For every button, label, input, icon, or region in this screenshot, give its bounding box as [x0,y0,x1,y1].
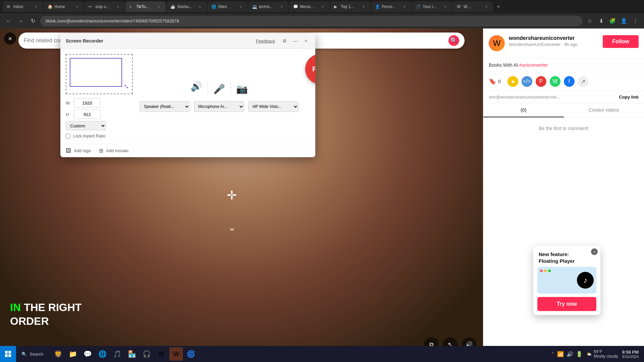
tab-close-starbucks[interactable]: × [197,4,203,9]
taskbar-icon-chat[interactable]: 💬 [81,347,94,361]
tab-creator-videos[interactable]: Creator videos [564,103,644,117]
share-icon-facebook[interactable]: f [564,76,575,87]
profile-meta: WondershareUniConverter · 9h ago [509,42,599,47]
tab-close-techsi[interactable]: × [279,4,284,9]
tab-tiktok[interactable]: ♪ TikTo... × [125,1,166,12]
logo-icon: 🖼 [66,148,71,154]
rec-button[interactable]: REC [305,54,315,84]
tab-close-w[interactable]: × [484,4,489,9]
share-icon-forward[interactable]: ↗ [578,76,589,87]
new-tab-button[interactable]: + [494,2,503,11]
weather-icon: ⛅ [587,352,592,356]
region-selector[interactable]: ⤡ [66,54,133,94]
taskbar-icon-w[interactable]: W [169,347,183,361]
link-row: om/@wondershareuniconverter/vid... Copy … [483,91,644,103]
tab-close-top[interactable]: × [361,4,366,9]
subtitle-line2: ORDER [10,314,82,328]
tab-inbox[interactable]: ✉ Inbox × [3,1,43,12]
tab-comments[interactable]: (0) [483,103,564,117]
minimize-icon-button[interactable]: — [291,37,299,45]
settings-icon-button[interactable]: ⚙ [280,37,288,45]
divider-2 [230,80,231,97]
lock-aspect-checkbox[interactable] [66,134,70,138]
start-button[interactable] [0,346,16,362]
bookmark-icon[interactable]: ☆ [585,16,594,26]
tab-label-your: Your I... [423,4,441,9]
follow-button[interactable]: Follow [603,35,639,48]
taskbar-icon-music[interactable]: 🎵 [110,347,124,361]
download-icon[interactable]: ⬇ [596,16,606,26]
battery-icon[interactable]: 🔋 [576,351,583,357]
tab-starbucks[interactable]: ☕ Starbu... × [166,1,207,12]
region-resize-icon[interactable]: ⤡ [124,83,129,90]
network-icon[interactable]: 📶 [557,351,564,357]
tab-close-your[interactable]: × [443,4,448,9]
tab-favicon-techsi: 💻 [252,4,257,9]
url-bar[interactable]: tiktok.com/@wondershareuniconverter/vide… [40,16,582,26]
address-actions: ☆ ⬇ 🧩 👤 ⋮ [585,16,640,26]
tab-top[interactable]: ▶ Top 1... × [330,1,370,12]
share-icon-pocket[interactable]: P [536,76,546,87]
tab-bar: ✉ Inbox × 🏠 Home × ✂ snip o... × ♪ TikTo… [0,0,644,13]
taskbar-icon-headset[interactable]: 🎧 [140,347,153,361]
taskbar-icon-browser2[interactable]: 🌀 [184,347,198,361]
tab-w[interactable]: W W... × [453,1,493,12]
add-logo-button[interactable]: 🖼 Add logo [66,148,91,154]
tab-close-sites[interactable]: × [238,4,244,9]
tab-close-tiktok[interactable]: × [156,4,162,9]
preset-select[interactable]: Custom [66,121,106,130]
expand-icon[interactable]: ⌃ [551,352,554,356]
svg-rect-2 [5,354,8,357]
cam-select[interactable]: HP Wide Visio... [248,101,299,112]
share-icon-whatsapp[interactable]: W [550,76,560,87]
height-input[interactable] [74,110,101,119]
profile-icon[interactable]: 👤 [619,16,629,26]
mic-select[interactable]: Microphone Ar... [194,101,244,112]
forward-button[interactable]: → [16,16,25,26]
reload-button[interactable]: ↻ [28,16,38,26]
subtitles: IN THE RIGHT ORDER [10,301,82,328]
tab-close-inbox[interactable]: × [34,4,39,9]
dialog-close-icon-button[interactable]: × [302,37,310,45]
tab-snip[interactable]: ✂ snip o... × [85,1,125,12]
chevron-down-icon[interactable]: ⌄ [228,222,236,233]
tab-home[interactable]: 🏠 Home × [44,1,84,12]
popup-close-button[interactable]: × [591,248,598,255]
menu-icon[interactable]: ⋮ [631,16,640,26]
feedback-link[interactable]: Feedback [256,39,275,44]
taskbar-icon-store[interactable]: 🏪 [125,347,139,361]
width-input[interactable] [74,98,101,108]
dialog-title: Screen Recorder [66,38,103,44]
tab-favicon-snip: ✂ [89,4,93,9]
taskbar-icon-apps[interactable]: ⚙ [155,347,168,361]
taskbar-search[interactable]: 🔍 Search [16,352,49,357]
bookmark-stat-icon: 🔖 [489,78,496,85]
tab-perso[interactable]: 👤 Perso... × [371,1,411,12]
dialog-header-icons: ⚙ — × [280,37,310,45]
copy-link-button[interactable]: Copy link [619,95,639,100]
back-button[interactable]: ← [4,16,13,26]
taskbar-icon-lion[interactable]: 🦁 [51,347,65,361]
width-label: W [66,101,71,106]
tab-close-messi[interactable]: × [320,4,325,9]
bookmark-stat: 🔖 0 [489,78,501,85]
speaker-select[interactable]: Speaker (Realt... [140,101,190,112]
tab-close-perso[interactable]: × [402,4,407,9]
tab-close-home[interactable]: × [74,4,80,9]
extensions-icon[interactable]: 🧩 [608,16,617,26]
tab-your[interactable]: 🎵 Your I... × [412,1,452,12]
tab-sites[interactable]: 🌐 Sites × [207,1,248,12]
tab-favicon-home: 🏠 [48,4,52,9]
add-mosaic-button[interactable]: ⊞ Add mosaic [99,147,129,154]
taskbar-icon-folder[interactable]: 📁 [66,347,79,361]
taskbar-icon-browser[interactable]: 🌐 [96,347,109,361]
share-icon-star[interactable]: ★ [507,76,518,87]
sound-icon[interactable]: 🔊 [567,351,573,357]
search-icon-button[interactable]: 🔍 [448,35,459,46]
close-button[interactable]: × [4,33,16,45]
tab-messi[interactable]: 💬 Messi... × [289,1,329,12]
tab-techsi[interactable]: 💻 techsi... × [248,1,288,12]
tab-close-snip[interactable]: × [115,4,121,9]
try-now-button[interactable]: Try now [537,297,596,311]
share-icon-code[interactable]: </> [522,76,532,87]
